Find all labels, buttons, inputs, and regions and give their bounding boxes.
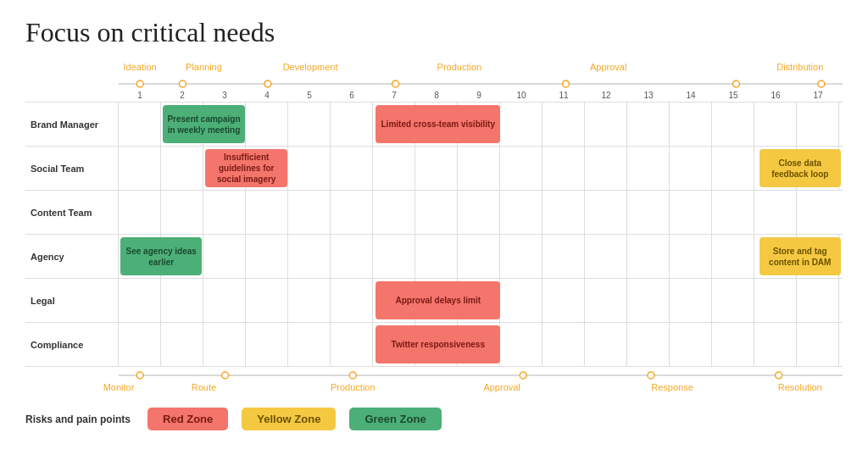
svg-point-12: [732, 80, 739, 87]
cell-4-3: [246, 279, 288, 322]
cell-3-2: [203, 235, 246, 278]
cell-3-4: [288, 235, 331, 278]
legend-yellow-zone: Yellow Zone: [242, 408, 336, 430]
cell-2-16: [797, 191, 839, 234]
cell-2-2: [203, 191, 246, 234]
bottom-phase-production: Production: [331, 382, 376, 392]
row-cells-5: Twitter responsiveness: [119, 323, 843, 366]
cell-5-3: [246, 323, 288, 366]
card-4-0: Approval delays limit: [376, 281, 500, 319]
cell-3-12: [627, 235, 670, 278]
col-number-14: 14: [670, 91, 712, 100]
bottom-phase-monitor: Monitor: [103, 382, 135, 392]
col-number-8: 8: [415, 91, 458, 100]
grid-row-0: Brand ManagerPresent campaign in weekly …: [25, 103, 843, 147]
cell-5-15: [754, 323, 797, 366]
grid-row-4: LegalApproval delays limit: [25, 279, 843, 323]
grid-row-1: Social TeamInsufficient guidelines for s…: [25, 147, 843, 191]
cell-0-11: [585, 103, 627, 146]
cell-2-13: [670, 191, 712, 234]
legend-red-zone: Red Zone: [147, 408, 228, 430]
cell-2-1: [161, 191, 203, 234]
col-number-1: 1: [119, 91, 161, 100]
cell-3-3: [246, 235, 288, 278]
cell-1-1: [161, 147, 203, 190]
column-numbers: 1234567891011121314151617: [119, 91, 843, 100]
cell-5-4: [288, 323, 331, 366]
grid-row-3: AgencySee agency ideas earlierStore and …: [25, 235, 843, 279]
col-number-10: 10: [500, 91, 542, 100]
svg-point-7: [136, 80, 143, 87]
grid: Brand ManagerPresent campaign in weekly …: [25, 102, 843, 367]
cell-1-4: [288, 147, 331, 190]
col-number-3: 3: [203, 91, 246, 100]
cell-3-9: [500, 235, 542, 278]
card-1-0: Insufficient guidelines for social image…: [205, 149, 287, 187]
cell-4-14: [712, 279, 754, 322]
cell-5-10: [542, 323, 585, 366]
col-number-13: 13: [627, 91, 670, 100]
svg-point-15: [136, 372, 143, 379]
cell-5-16: [797, 323, 839, 366]
cell-4-5: [331, 279, 373, 322]
cell-0-4: [288, 103, 331, 146]
col-number-6: 6: [331, 91, 373, 100]
cell-1-11: [585, 147, 627, 190]
row-label-4: Legal: [25, 279, 119, 322]
row-label-3: Agency: [25, 235, 119, 278]
cell-4-4: [288, 279, 331, 322]
svg-text:Production: Production: [437, 62, 482, 72]
top-timeline: [119, 77, 843, 91]
cell-5-14: [712, 323, 754, 366]
svg-point-17: [349, 372, 356, 379]
cell-2-15: [754, 191, 797, 234]
page-title: Focus on critical needs: [25, 17, 843, 48]
cell-4-1: [161, 279, 203, 322]
col-number-16: 16: [754, 91, 797, 100]
col-number-17: 17: [797, 91, 839, 100]
cell-3-6: [373, 235, 415, 278]
card-0-1: Limited cross-team visibility: [376, 105, 500, 143]
bottom-phase-response: Response: [651, 382, 693, 392]
cell-5-5: [331, 323, 373, 366]
card-0-0: Present campaign in weekly meeting: [163, 105, 244, 143]
cell-0-9: [500, 103, 542, 146]
cell-3-13: [670, 235, 712, 278]
cell-4-2: [203, 279, 246, 322]
card-3-0: See agency ideas earlier: [120, 237, 202, 275]
cell-2-8: [458, 191, 500, 234]
svg-point-19: [648, 372, 654, 379]
cell-0-14: [712, 103, 754, 146]
bottom-timeline: [119, 369, 843, 382]
cell-3-8: [458, 235, 500, 278]
col-number-9: 9: [458, 91, 500, 100]
cell-0-12: [627, 103, 670, 146]
cell-0-3: [246, 103, 288, 146]
grid-row-2: Content Team: [25, 191, 843, 235]
card-5-0: Twitter responsiveness: [376, 325, 500, 363]
svg-point-10: [392, 80, 399, 87]
grid-row-5: ComplianceTwitter responsiveness: [25, 323, 843, 367]
cell-5-2: [203, 323, 246, 366]
cell-1-10: [542, 147, 585, 190]
svg-point-20: [776, 372, 782, 379]
cell-1-8: [458, 147, 500, 190]
cell-4-12: [627, 279, 670, 322]
svg-point-16: [222, 372, 229, 379]
row-label-2: Content Team: [25, 191, 119, 234]
legend-prefix: Risks and pain points: [25, 413, 131, 425]
svg-point-8: [179, 80, 186, 87]
cell-1-14: [712, 147, 754, 190]
cell-2-6: [373, 191, 415, 234]
cell-5-12: [627, 323, 670, 366]
row-label-5: Compliance: [25, 323, 119, 366]
cell-3-11: [585, 235, 627, 278]
svg-point-11: [562, 80, 569, 87]
cell-5-11: [585, 323, 627, 366]
svg-text:Distribution: Distribution: [776, 62, 823, 72]
top-phases: IdeationPlanningDevelopmentProductionApp…: [119, 58, 843, 77]
col-number-7: 7: [373, 91, 415, 100]
cell-0-0: [119, 103, 161, 146]
row-cells-1: Insufficient guidelines for social image…: [119, 147, 843, 190]
cell-1-9: [500, 147, 542, 190]
